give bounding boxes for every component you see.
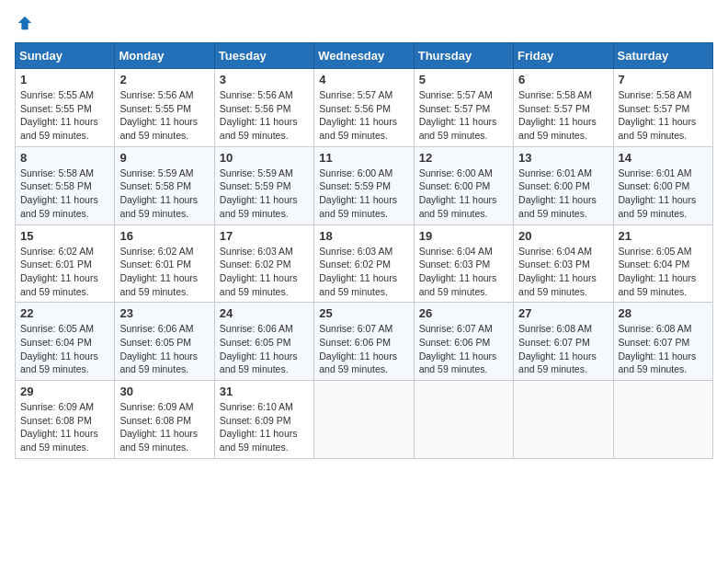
day-number: 7 bbox=[619, 73, 708, 86]
calendar-weekday-friday: Friday bbox=[514, 43, 613, 69]
calendar-cell: 18 Sunrise: 6:03 AMSunset: 6:02 PMDaylig… bbox=[314, 224, 414, 303]
day-number: 9 bbox=[119, 151, 209, 165]
day-number: 31 bbox=[220, 385, 309, 398]
calendar-week-1: 1 Sunrise: 5:55 AMSunset: 5:55 PMDayligh… bbox=[16, 69, 713, 147]
day-number: 25 bbox=[319, 306, 408, 320]
logo-icon bbox=[17, 15, 33, 31]
day-info: Sunrise: 5:57 AMSunset: 5:57 PMDaylight:… bbox=[419, 89, 497, 141]
calendar-cell: 16 Sunrise: 6:02 AMSunset: 6:01 PMDaylig… bbox=[115, 224, 214, 303]
calendar-cell: 22 Sunrise: 6:05 AMSunset: 6:04 PMDaylig… bbox=[16, 303, 115, 381]
day-info: Sunrise: 5:58 AMSunset: 5:58 PMDaylight:… bbox=[20, 167, 98, 219]
calendar-cell: 29 Sunrise: 6:09 AMSunset: 6:08 PMDaylig… bbox=[16, 381, 115, 459]
calendar-cell bbox=[613, 381, 712, 459]
day-info: Sunrise: 6:03 AMSunset: 6:02 PMDaylight:… bbox=[319, 246, 397, 297]
day-number: 22 bbox=[20, 306, 109, 320]
day-number: 14 bbox=[619, 151, 708, 165]
day-number: 17 bbox=[220, 229, 309, 243]
day-info: Sunrise: 6:09 AMSunset: 6:08 PMDaylight:… bbox=[20, 401, 98, 453]
calendar-cell: 1 Sunrise: 5:55 AMSunset: 5:55 PMDayligh… bbox=[16, 69, 115, 147]
calendar-header: SundayMondayTuesdayWednesdayThursdayFrid… bbox=[16, 43, 713, 69]
day-number: 28 bbox=[619, 306, 708, 320]
calendar-cell: 8 Sunrise: 5:58 AMSunset: 5:58 PMDayligh… bbox=[16, 146, 115, 224]
day-number: 2 bbox=[119, 73, 209, 86]
calendar-body: 1 Sunrise: 5:55 AMSunset: 5:55 PMDayligh… bbox=[16, 69, 713, 459]
calendar-cell: 12 Sunrise: 6:00 AMSunset: 6:00 PMDaylig… bbox=[414, 146, 513, 224]
calendar-cell: 28 Sunrise: 6:08 AMSunset: 6:07 PMDaylig… bbox=[613, 303, 712, 381]
day-number: 26 bbox=[419, 306, 508, 320]
calendar-cell: 5 Sunrise: 5:57 AMSunset: 5:57 PMDayligh… bbox=[414, 69, 513, 147]
day-number: 11 bbox=[319, 151, 408, 165]
calendar-cell: 13 Sunrise: 6:01 AMSunset: 6:00 PMDaylig… bbox=[514, 146, 613, 224]
calendar-cell: 11 Sunrise: 6:00 AMSunset: 5:59 PMDaylig… bbox=[314, 146, 414, 224]
day-info: Sunrise: 6:06 AMSunset: 6:05 PMDaylight:… bbox=[220, 323, 298, 374]
day-number: 18 bbox=[319, 229, 408, 243]
day-info: Sunrise: 5:56 AMSunset: 5:56 PMDaylight:… bbox=[220, 89, 298, 141]
calendar-cell: 31 Sunrise: 6:10 AMSunset: 6:09 PMDaylig… bbox=[214, 381, 313, 459]
day-info: Sunrise: 5:56 AMSunset: 5:55 PMDaylight:… bbox=[119, 89, 198, 141]
calendar-week-4: 22 Sunrise: 6:05 AMSunset: 6:04 PMDaylig… bbox=[16, 303, 713, 381]
calendar-weekday-saturday: Saturday bbox=[613, 43, 712, 69]
day-info: Sunrise: 6:08 AMSunset: 6:07 PMDaylight:… bbox=[518, 323, 597, 374]
calendar-cell: 25 Sunrise: 6:07 AMSunset: 6:06 PMDaylig… bbox=[314, 303, 414, 381]
calendar-cell: 6 Sunrise: 5:58 AMSunset: 5:57 PMDayligh… bbox=[514, 69, 613, 147]
calendar-week-5: 29 Sunrise: 6:09 AMSunset: 6:08 PMDaylig… bbox=[16, 381, 713, 459]
day-info: Sunrise: 6:01 AMSunset: 6:00 PMDaylight:… bbox=[518, 167, 597, 219]
page-header bbox=[15, 15, 713, 31]
calendar-weekday-tuesday: Tuesday bbox=[214, 43, 313, 69]
day-info: Sunrise: 5:59 AMSunset: 5:59 PMDaylight:… bbox=[220, 167, 298, 219]
day-info: Sunrise: 6:07 AMSunset: 6:06 PMDaylight:… bbox=[419, 323, 497, 374]
day-number: 12 bbox=[419, 151, 508, 165]
day-number: 20 bbox=[518, 229, 608, 243]
day-number: 16 bbox=[119, 229, 209, 243]
calendar-cell: 24 Sunrise: 6:06 AMSunset: 6:05 PMDaylig… bbox=[214, 303, 313, 381]
day-number: 5 bbox=[419, 73, 508, 86]
day-info: Sunrise: 6:05 AMSunset: 6:04 PMDaylight:… bbox=[619, 246, 697, 297]
day-info: Sunrise: 6:07 AMSunset: 6:06 PMDaylight:… bbox=[319, 323, 397, 374]
calendar-cell: 2 Sunrise: 5:56 AMSunset: 5:55 PMDayligh… bbox=[115, 69, 214, 147]
day-number: 8 bbox=[20, 151, 109, 165]
calendar-week-3: 15 Sunrise: 6:02 AMSunset: 6:01 PMDaylig… bbox=[16, 224, 713, 303]
calendar-cell: 27 Sunrise: 6:08 AMSunset: 6:07 PMDaylig… bbox=[514, 303, 613, 381]
calendar-weekday-thursday: Thursday bbox=[414, 43, 513, 69]
day-info: Sunrise: 6:02 AMSunset: 6:01 PMDaylight:… bbox=[20, 246, 98, 297]
day-number: 1 bbox=[20, 73, 109, 86]
day-info: Sunrise: 6:04 AMSunset: 6:03 PMDaylight:… bbox=[419, 246, 497, 297]
day-number: 23 bbox=[119, 306, 209, 320]
calendar-cell: 26 Sunrise: 6:07 AMSunset: 6:06 PMDaylig… bbox=[414, 303, 513, 381]
day-info: Sunrise: 6:00 AMSunset: 5:59 PMDaylight:… bbox=[319, 167, 397, 219]
calendar-cell: 14 Sunrise: 6:01 AMSunset: 6:00 PMDaylig… bbox=[613, 146, 712, 224]
day-info: Sunrise: 5:59 AMSunset: 5:58 PMDaylight:… bbox=[119, 167, 198, 219]
calendar-cell bbox=[414, 381, 513, 459]
day-number: 24 bbox=[220, 306, 309, 320]
day-number: 29 bbox=[20, 385, 109, 398]
day-number: 10 bbox=[220, 151, 309, 165]
day-number: 3 bbox=[220, 73, 309, 86]
day-number: 30 bbox=[119, 385, 209, 398]
calendar-cell: 23 Sunrise: 6:06 AMSunset: 6:05 PMDaylig… bbox=[115, 303, 214, 381]
calendar-table: SundayMondayTuesdayWednesdayThursdayFrid… bbox=[15, 42, 713, 459]
day-info: Sunrise: 6:00 AMSunset: 6:00 PMDaylight:… bbox=[419, 167, 497, 219]
day-info: Sunrise: 6:06 AMSunset: 6:05 PMDaylight:… bbox=[119, 323, 198, 374]
svg-marker-0 bbox=[18, 17, 31, 29]
day-info: Sunrise: 6:09 AMSunset: 6:08 PMDaylight:… bbox=[119, 401, 198, 453]
day-number: 15 bbox=[20, 229, 109, 243]
calendar-cell: 19 Sunrise: 6:04 AMSunset: 6:03 PMDaylig… bbox=[414, 224, 513, 303]
calendar-weekday-wednesday: Wednesday bbox=[314, 43, 414, 69]
calendar-cell bbox=[314, 381, 414, 459]
day-info: Sunrise: 5:58 AMSunset: 5:57 PMDaylight:… bbox=[619, 89, 697, 141]
day-number: 19 bbox=[419, 229, 508, 243]
calendar-cell: 9 Sunrise: 5:59 AMSunset: 5:58 PMDayligh… bbox=[115, 146, 214, 224]
day-info: Sunrise: 5:58 AMSunset: 5:57 PMDaylight:… bbox=[518, 89, 597, 141]
day-info: Sunrise: 6:01 AMSunset: 6:00 PMDaylight:… bbox=[619, 167, 697, 219]
calendar-cell: 4 Sunrise: 5:57 AMSunset: 5:56 PMDayligh… bbox=[314, 69, 414, 147]
calendar-cell: 10 Sunrise: 5:59 AMSunset: 5:59 PMDaylig… bbox=[214, 146, 313, 224]
calendar-cell: 17 Sunrise: 6:03 AMSunset: 6:02 PMDaylig… bbox=[214, 224, 313, 303]
calendar-weekday-sunday: Sunday bbox=[16, 43, 115, 69]
calendar-cell: 7 Sunrise: 5:58 AMSunset: 5:57 PMDayligh… bbox=[613, 69, 712, 147]
calendar-cell bbox=[514, 381, 613, 459]
day-number: 27 bbox=[518, 306, 608, 320]
day-number: 13 bbox=[518, 151, 608, 165]
day-number: 21 bbox=[619, 229, 708, 243]
calendar-week-2: 8 Sunrise: 5:58 AMSunset: 5:58 PMDayligh… bbox=[16, 146, 713, 224]
calendar-cell: 21 Sunrise: 6:05 AMSunset: 6:04 PMDaylig… bbox=[613, 224, 712, 303]
